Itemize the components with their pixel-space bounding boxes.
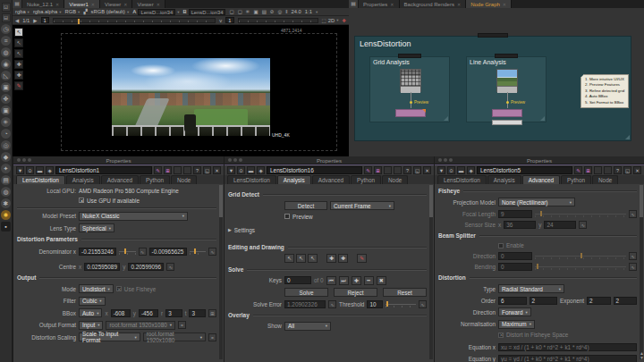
chevron-down-icon[interactable]: ▾ bbox=[316, 10, 318, 14]
solve-error-field[interactable]: 1.20902326 bbox=[284, 300, 326, 308]
center-node-icon[interactable]: ⊙ bbox=[447, 166, 455, 174]
pane-split-icon[interactable]: ⊡ bbox=[2, 3, 11, 12]
resize-handle[interactable] bbox=[540, 116, 545, 121]
tab-node-graph[interactable]: Node Graph ✕ bbox=[466, 0, 512, 8]
format-equals-icon[interactable]: = bbox=[178, 321, 186, 329]
backdrop-line-analysis[interactable]: Line Analysis Preview bbox=[466, 56, 547, 122]
bbox-x-field[interactable]: -608 bbox=[111, 309, 131, 317]
animation-curve-icon[interactable]: ∿ bbox=[629, 252, 637, 260]
toolbar-other-icon[interactable]: ▤ bbox=[1, 175, 11, 185]
filter-dropdown[interactable]: Cubic▾ bbox=[79, 297, 106, 306]
bbox-mode-dropdown[interactable]: Auto▾ bbox=[79, 308, 102, 317]
tab-advanced[interactable]: Advanced bbox=[312, 175, 350, 184]
clear-keys-icon[interactable]: ✖ bbox=[377, 276, 386, 285]
output-format-dropdown[interactable]: Input▾ bbox=[79, 321, 103, 330]
backdrop-node-tab[interactable] bbox=[478, 33, 508, 38]
delete-point-tool-icon[interactable]: ✚ bbox=[338, 254, 348, 263]
add-point-tool-icon[interactable]: ✚ bbox=[326, 254, 336, 263]
proxy-icon[interactable]: ▣ bbox=[253, 9, 258, 14]
toolbar-channel-icon[interactable]: ◍ bbox=[1, 47, 11, 57]
type-dropdown[interactable]: Radial Standard▾ bbox=[498, 284, 564, 293]
reject-button[interactable]: Reject bbox=[334, 288, 377, 297]
node-name-field[interactable]: LensDistortion1 bbox=[55, 166, 152, 174]
bbox-r-field[interactable]: 3 bbox=[165, 309, 182, 317]
panel-titlebar[interactable]: Properties bbox=[435, 156, 644, 164]
lens-type-dropdown[interactable]: Spherical▾ bbox=[79, 223, 114, 232]
lensdistortion-node[interactable] bbox=[395, 109, 426, 117]
float-icon[interactable]: ◱ bbox=[203, 166, 211, 174]
bbox-t-field[interactable]: 3 bbox=[189, 309, 206, 317]
node-color-icon[interactable]: ◈ bbox=[46, 166, 54, 174]
channels-dropdown[interactable]: RGB▾ bbox=[65, 9, 80, 14]
center-node-icon[interactable]: ⊙ bbox=[237, 166, 245, 174]
scaling-format-value-dropdown[interactable]: root.format 1920x1080▾ bbox=[143, 333, 206, 341]
direction-dropdown[interactable]: Forward▾ bbox=[498, 307, 531, 316]
close-icon[interactable]: ✕ bbox=[123, 2, 127, 7]
minimize-icon[interactable]: ▬ bbox=[457, 166, 465, 174]
toolbar-color-icon[interactable]: ◉ bbox=[1, 59, 11, 69]
threshold-field[interactable]: 10 bbox=[367, 300, 383, 308]
input-a-dropdown[interactable]: A LensD...ion34 ▾ bbox=[132, 9, 179, 15]
scrollbar[interactable] bbox=[219, 185, 223, 359]
add-key-icon[interactable]: ✚ bbox=[352, 276, 361, 285]
node-name-field[interactable]: LensDistortion16 bbox=[267, 166, 362, 174]
resize-handle[interactable] bbox=[625, 135, 630, 139]
show-dropdown[interactable]: All▾ bbox=[284, 322, 331, 331]
layer-dropdown[interactable]: rgba▾ bbox=[15, 9, 30, 14]
animation-curve-icon[interactable]: ∿ bbox=[629, 210, 637, 218]
solve-button[interactable]: Solve bbox=[284, 288, 328, 297]
draw-tool-icon[interactable]: ✎ bbox=[14, 81, 23, 90]
animation-curve-icon[interactable]: ∿ bbox=[208, 248, 216, 256]
read-node[interactable] bbox=[496, 69, 518, 92]
next-frame-icon[interactable]: ▶ bbox=[33, 18, 37, 23]
pane-menu-icon[interactable]: ▤ bbox=[349, 0, 359, 8]
zoom-level[interactable]: 1:1 bbox=[305, 9, 312, 14]
toolbar-keyer-icon[interactable]: ▣ bbox=[1, 82, 11, 92]
tab-python[interactable]: Python bbox=[561, 175, 591, 184]
exponent-1-field[interactable]: 2 bbox=[587, 297, 610, 305]
denominator-x-slider[interactable] bbox=[119, 248, 136, 255]
animation-curve-icon[interactable]: ∿ bbox=[328, 300, 336, 308]
bbox-expand-icon[interactable]: ⊞ bbox=[208, 309, 216, 317]
direction-slider[interactable] bbox=[535, 253, 626, 259]
node-color-icon[interactable]: ◈ bbox=[467, 166, 475, 174]
knob-manage-icon[interactable]: ⊞ bbox=[164, 166, 172, 174]
close-icon[interactable]: ✕ bbox=[213, 166, 221, 174]
node-color-icon[interactable]: ◈ bbox=[257, 166, 265, 174]
remove-feature-tool-icon[interactable]: ↖ bbox=[14, 49, 23, 58]
colorspace-dropdown[interactable]: sRGB (default)▾ bbox=[91, 9, 130, 14]
toolbar-furnace-icon[interactable]: ✹ bbox=[1, 210, 11, 220]
toolbar-particles-icon[interactable]: ◆ bbox=[1, 152, 11, 162]
pane-menu-icon[interactable]: ▤ bbox=[13, 0, 22, 8]
add-feature-tool-icon[interactable]: ↖ bbox=[14, 38, 23, 47]
toolbar-transform-icon[interactable]: ✥ bbox=[1, 94, 11, 104]
tab-advanced[interactable]: Advanced bbox=[101, 175, 139, 184]
node-graph-canvas[interactable]: LensDistortion Grid Analysis Preview bbox=[349, 8, 644, 156]
close-icon[interactable]: ✕ bbox=[457, 2, 461, 7]
toolbar-metadata-icon[interactable]: ✦ bbox=[1, 164, 11, 173]
threshold-slider[interactable] bbox=[386, 301, 416, 307]
order-2-field[interactable]: 2 bbox=[530, 297, 558, 305]
float-icon[interactable]: ◱ bbox=[623, 166, 631, 174]
toolbar-deep-icon[interactable]: ◔ bbox=[1, 129, 11, 139]
monitor-out-icon[interactable]: ◎ bbox=[277, 9, 282, 14]
distort-fisheye-checkbox[interactable] bbox=[498, 333, 504, 338]
sensor-x-field[interactable]: 36 bbox=[504, 221, 536, 229]
close-icon[interactable]: ✕ bbox=[503, 2, 506, 7]
hide-input-icon[interactable]: ▼ bbox=[16, 166, 24, 174]
backdrop-lensdistortion[interactable]: LensDistortion Grid Analysis Preview bbox=[354, 36, 631, 141]
help-icon[interactable]: ? bbox=[193, 166, 201, 174]
wipe-icon[interactable]: ▢ bbox=[229, 9, 233, 14]
toolbar-time-icon[interactable]: ◷ bbox=[1, 24, 11, 34]
toolbar-plugins-icon[interactable]: ▪ bbox=[1, 222, 11, 232]
reset-button[interactable]: Reset bbox=[383, 288, 427, 297]
float-icon[interactable]: ◱ bbox=[413, 166, 421, 174]
use-fisheye-checkbox[interactable] bbox=[116, 286, 122, 291]
tab-nuke[interactable]: Nuke_12.1 ✕ bbox=[22, 0, 64, 8]
pause-icon[interactable]: ‖ bbox=[285, 9, 287, 14]
timeline-slider[interactable] bbox=[53, 18, 216, 23]
help-icon[interactable]: ? bbox=[403, 166, 411, 174]
tab-analysis[interactable]: Analysis bbox=[277, 175, 311, 184]
animation-curve-icon[interactable]: ∿ bbox=[579, 221, 587, 229]
close-icon[interactable]: ✕ bbox=[633, 166, 641, 174]
